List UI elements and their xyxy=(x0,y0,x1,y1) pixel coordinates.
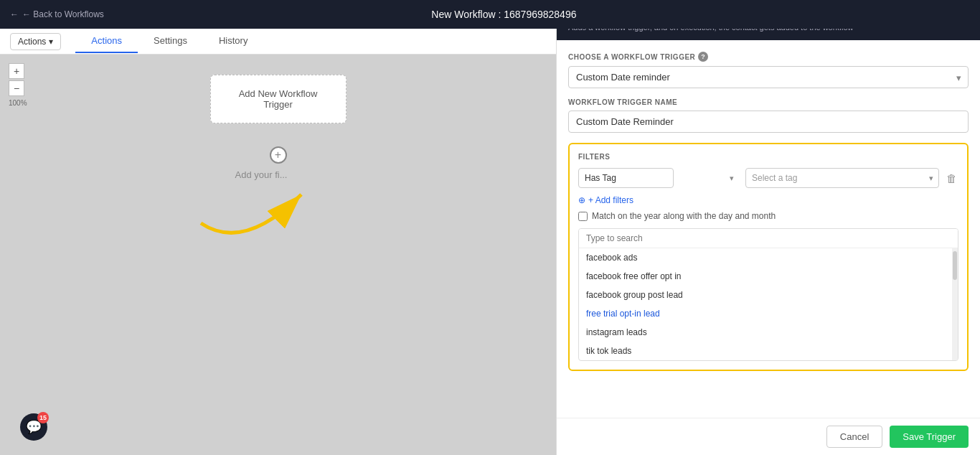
add-node-button[interactable]: + xyxy=(270,146,287,164)
tag-dropdown: facebook ads facebook free offer opt in … xyxy=(578,228,958,361)
trigger-select[interactable]: Custom Date reminder xyxy=(568,66,969,88)
list-item[interactable]: facebook free offer opt in xyxy=(579,267,952,286)
tabs-bar: Actions ▾ Actions Settings History xyxy=(0,29,556,55)
back-to-workflows-link[interactable]: ← ← Back to Workflows xyxy=(0,9,114,19)
list-item[interactable]: facebook group post lead xyxy=(579,286,952,304)
actions-dropdown-button[interactable]: Actions ▾ xyxy=(10,33,61,50)
list-item[interactable]: instagram leads xyxy=(579,323,952,342)
list-item[interactable]: facebook ads xyxy=(579,248,952,267)
back-label: ← Back to Workflows xyxy=(22,9,104,19)
trigger-select-wrapper: Custom Date reminder xyxy=(568,66,969,88)
canvas-area: + − 100% Add New Workflow Trigger + Add … xyxy=(0,55,556,455)
trigger-name-label: WORKFLOW TRIGGER NAME xyxy=(568,98,969,106)
zoom-level: 100% xyxy=(9,99,27,107)
actions-btn-label: Actions xyxy=(18,37,46,47)
right-panel: Workflow Trigger Adds a workflow trigger… xyxy=(556,0,980,455)
match-row: Match on the year along with the day and… xyxy=(578,211,958,221)
panel-footer: Cancel Save Trigger xyxy=(557,418,980,455)
top-nav: ← ← Back to Workflows New Workflow : 168… xyxy=(0,0,980,29)
zoom-in-button[interactable]: + xyxy=(9,63,24,79)
tab-actions[interactable]: Actions xyxy=(75,29,138,53)
trigger-name-input[interactable] xyxy=(568,111,969,133)
tag-list: facebook ads facebook free offer opt in … xyxy=(579,248,958,360)
filter-type-select[interactable]: Has Tag Doesn't Have Tag xyxy=(578,168,674,188)
tab-group: Actions Settings History xyxy=(75,29,263,53)
back-arrow-icon: ← xyxy=(10,9,19,19)
save-trigger-button[interactable]: Save Trigger xyxy=(890,426,969,448)
chat-bubble[interactable]: 💬 15 xyxy=(20,413,47,441)
trigger-card[interactable]: Add New Workflow Trigger xyxy=(210,75,347,123)
scrollbar-thumb xyxy=(953,251,957,280)
tag-select[interactable]: Select a tag xyxy=(745,168,939,188)
trigger-card-title: Add New Workflow xyxy=(232,88,324,99)
tab-settings[interactable]: Settings xyxy=(138,29,203,53)
tag-search-input[interactable] xyxy=(579,229,958,248)
match-label: Match on the year along with the day and… xyxy=(592,211,776,221)
delete-filter-icon[interactable]: 🗑 xyxy=(945,171,958,186)
tag-list-items: facebook ads facebook free offer opt in … xyxy=(579,248,952,360)
zoom-out-button[interactable]: − xyxy=(9,80,24,96)
list-item[interactable]: tik tok leads xyxy=(579,342,952,360)
tab-history[interactable]: History xyxy=(203,29,263,53)
add-filter-button[interactable]: ⊕ + Add filters xyxy=(578,195,633,205)
add-filter-label: + Add filters xyxy=(588,195,633,205)
list-item[interactable]: free trial opt-in lead xyxy=(579,304,952,323)
filters-label: FILTERS xyxy=(578,153,958,161)
tag-select-wrapper: Select a tag xyxy=(745,168,939,188)
arrow-annotation xyxy=(187,166,330,240)
add-filter-icon: ⊕ xyxy=(578,195,585,205)
help-icon[interactable]: ? xyxy=(698,52,708,62)
filter-row: Has Tag Doesn't Have Tag Select a tag 🗑 xyxy=(578,168,958,188)
tag-scrollbar[interactable] xyxy=(952,248,958,360)
panel-body: CHOOSE A WORKFLOW TRIGGER ? Custom Date … xyxy=(557,40,980,418)
cancel-button[interactable]: Cancel xyxy=(826,426,882,448)
match-checkbox[interactable] xyxy=(578,212,588,221)
chevron-down-icon: ▾ xyxy=(49,37,53,47)
trigger-card-subtitle: Trigger xyxy=(232,99,324,110)
canvas-controls: + − 100% xyxy=(9,63,27,107)
workflow-title: New Workflow : 1687969828496 xyxy=(114,9,894,20)
filters-section: FILTERS Has Tag Doesn't Have Tag Select … xyxy=(568,143,969,371)
filter-type-wrapper: Has Tag Doesn't Have Tag xyxy=(578,168,740,188)
notification-badge: 15 xyxy=(37,412,49,423)
choose-trigger-label: CHOOSE A WORKFLOW TRIGGER ? xyxy=(568,52,969,62)
